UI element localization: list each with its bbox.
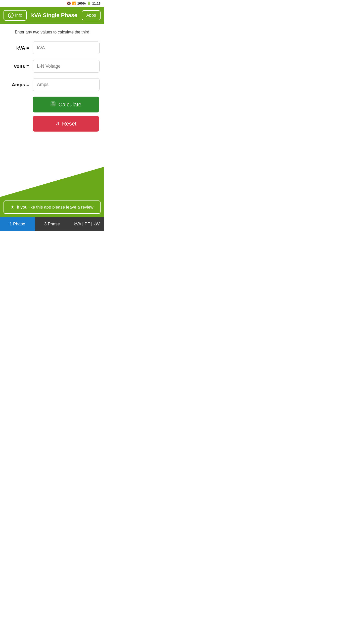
status-icons: 🔇 📶 100% 🔋 11:13 xyxy=(67,2,101,5)
main-content: Enter any two values to calculate the th… xyxy=(0,24,104,137)
volts-input[interactable] xyxy=(33,60,100,73)
page-title: kVA Single Phase xyxy=(27,12,82,19)
amps-label: Amps = xyxy=(5,82,33,88)
reset-label: Reset xyxy=(62,120,76,127)
volts-label: Volts = xyxy=(5,64,33,69)
tab-bar: 1 Phase 3 Phase kVA | PF | kW xyxy=(0,217,104,231)
amps-input[interactable] xyxy=(33,78,100,91)
info-button[interactable]: i Info xyxy=(4,10,27,21)
svg-rect-2 xyxy=(52,104,53,105)
kva-input[interactable] xyxy=(33,42,100,54)
mute-icon: 🔇 xyxy=(67,2,71,5)
review-label: If you like this app please leave a revi… xyxy=(17,205,93,210)
subtitle-text: Enter any two values to calculate the th… xyxy=(5,30,99,34)
diagonal-bg-svg xyxy=(0,147,104,197)
calculate-button[interactable]: Calculate xyxy=(33,97,99,112)
amps-row: Amps = xyxy=(5,78,99,91)
tab-3phase-label: 3 Phase xyxy=(44,222,60,227)
reset-button[interactable]: ↺ Reset xyxy=(33,116,99,132)
bottom-green-section: ★ If you like this app please leave a re… xyxy=(0,197,104,217)
tab-1phase-label: 1 Phase xyxy=(10,222,25,227)
calculator-icon xyxy=(50,101,56,108)
svg-rect-3 xyxy=(53,104,54,105)
kva-row: kVA = xyxy=(5,42,99,54)
reset-icon: ↺ xyxy=(55,121,60,127)
svg-marker-8 xyxy=(0,167,104,197)
time-display: 11:13 xyxy=(92,2,101,5)
status-bar: 🔇 📶 100% 🔋 11:13 xyxy=(0,0,104,7)
apps-label: Apps xyxy=(86,13,96,18)
svg-rect-1 xyxy=(52,103,55,104)
tab-kva-pf-kw-label: kVA | PF | kW xyxy=(74,222,100,227)
star-icon: ★ xyxy=(11,205,14,210)
signal-icon: 📶 xyxy=(72,2,76,5)
svg-rect-4 xyxy=(54,104,55,105)
tab-1phase[interactable]: 1 Phase xyxy=(0,217,35,231)
info-icon: i xyxy=(8,13,14,18)
diagonal-section xyxy=(0,147,104,197)
battery-icon: 🔋 xyxy=(87,2,91,5)
tab-3phase[interactable]: 3 Phase xyxy=(35,217,69,231)
review-button[interactable]: ★ If you like this app please leave a re… xyxy=(4,200,101,214)
kva-label: kVA = xyxy=(5,45,33,51)
apps-button[interactable]: Apps xyxy=(82,10,101,20)
svg-rect-5 xyxy=(52,105,53,106)
tab-kva-pf-kw[interactable]: kVA | PF | kW xyxy=(69,217,104,231)
svg-rect-7 xyxy=(54,105,55,106)
svg-rect-6 xyxy=(53,105,54,106)
battery-percent: 100% xyxy=(77,2,86,5)
info-label: Info xyxy=(15,13,22,18)
volts-row: Volts = xyxy=(5,60,99,73)
app-header: i Info kVA Single Phase Apps xyxy=(0,7,104,24)
calculate-label: Calculate xyxy=(58,101,81,108)
